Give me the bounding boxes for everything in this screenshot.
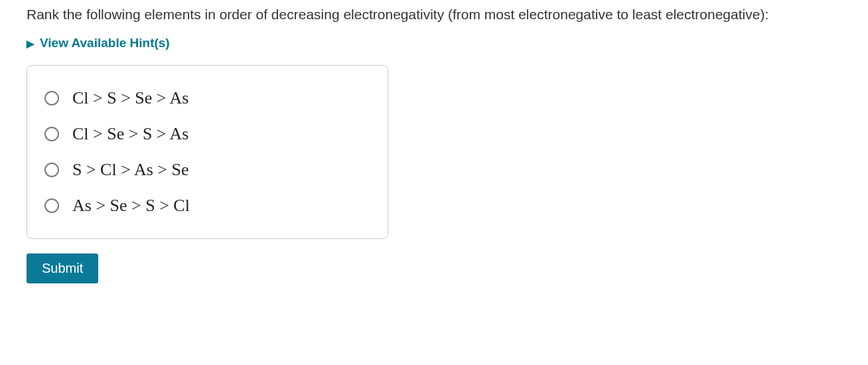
chevron-right-icon: ▶ bbox=[27, 38, 35, 48]
radio-icon bbox=[44, 198, 59, 213]
submit-button[interactable]: Submit bbox=[27, 254, 98, 283]
radio-icon bbox=[44, 91, 59, 106]
option-row[interactable]: As > Se > S > Cl bbox=[44, 188, 370, 224]
option-label: Cl > S > Se > As bbox=[72, 88, 188, 108]
question-container: Rank the following elements in order of … bbox=[0, 0, 868, 297]
view-hints-label: View Available Hint(s) bbox=[40, 36, 170, 50]
option-label: S > Cl > As > Se bbox=[72, 160, 188, 180]
radio-icon bbox=[44, 163, 59, 177]
option-row[interactable]: Cl > S > Se > As bbox=[44, 80, 370, 116]
option-label: Cl > Se > S > As bbox=[72, 124, 188, 144]
question-text: Rank the following elements in order of … bbox=[27, 5, 841, 24]
radio-icon bbox=[44, 127, 59, 141]
view-hints-toggle[interactable]: ▶ View Available Hint(s) bbox=[27, 36, 841, 50]
options-group: Cl > S > Se > As Cl > Se > S > As S > Cl… bbox=[27, 65, 388, 239]
option-label: As > Se > S > Cl bbox=[72, 196, 190, 216]
option-row[interactable]: Cl > Se > S > As bbox=[44, 116, 370, 152]
option-row[interactable]: S > Cl > As > Se bbox=[44, 152, 370, 188]
